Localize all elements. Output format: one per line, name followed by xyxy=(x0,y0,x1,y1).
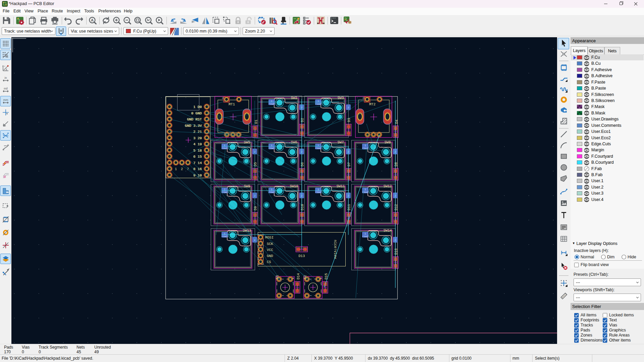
svg-text:5 18: 5 18 xyxy=(194,149,202,153)
svg-text:1 D0: 1 D0 xyxy=(194,105,202,109)
svg-text:mil: mil xyxy=(4,87,8,90)
svg-text:3 20: 3 20 xyxy=(194,136,202,140)
svg-text:SCK: SCK xyxy=(267,242,274,246)
svg-text:D8: D8 xyxy=(394,162,398,166)
svg-text:D5: D5 xyxy=(253,162,257,166)
svg-text:D2: D2 xyxy=(300,118,304,122)
svg-text:2: 2 xyxy=(181,167,183,171)
svg-text:1: 1 xyxy=(175,167,177,171)
svg-text:θ: θ xyxy=(6,68,7,71)
svg-text:SW3: SW3 xyxy=(338,96,344,100)
svg-text:row3: row3 xyxy=(362,235,368,238)
svg-text:D7: D7 xyxy=(347,162,351,166)
svg-text:4 19: 4 19 xyxy=(194,142,202,146)
svg-text:S1: S1 xyxy=(275,275,279,279)
svg-text:row2: row2 xyxy=(268,191,275,194)
svg-text:row3: row3 xyxy=(221,235,228,238)
svg-text:r: r xyxy=(4,65,5,68)
svg-text:SW8: SW8 xyxy=(385,140,391,144)
svg-text:row1: row1 xyxy=(221,147,228,150)
svg-text:SW10: SW10 xyxy=(290,184,298,188)
svg-text:SW2: SW2 xyxy=(291,96,297,100)
svg-text:6 15: 6 15 xyxy=(194,155,202,159)
svg-text:2 21: 2 21 xyxy=(194,130,202,134)
svg-text:7 14: 7 14 xyxy=(194,161,202,165)
svg-text:SW14: SW14 xyxy=(383,228,392,232)
svg-text:MT2: MT2 xyxy=(369,102,376,106)
svg-text:0 GND: 0 GND xyxy=(191,111,202,115)
svg-text:MT1: MT1 xyxy=(229,102,235,106)
svg-text:A: A xyxy=(91,18,94,22)
svg-text:D6: D6 xyxy=(300,162,304,166)
svg-text:D9: D9 xyxy=(253,206,257,210)
svg-text:SW9: SW9 xyxy=(244,184,250,188)
svg-text:SW11: SW11 xyxy=(336,184,345,188)
svg-text:row2: row2 xyxy=(315,191,321,194)
svg-text:GND: GND xyxy=(267,254,273,258)
svg-text:row0: row0 xyxy=(268,102,275,105)
svg-text:in: in xyxy=(4,76,7,80)
svg-text:row2: row2 xyxy=(362,191,368,194)
svg-text:CS: CS xyxy=(267,260,271,264)
svg-text:D10: D10 xyxy=(300,204,304,210)
svg-text:D13: D13 xyxy=(299,254,305,258)
svg-text:mm: mm xyxy=(3,98,8,102)
svg-text:row1: row1 xyxy=(268,147,275,150)
svg-text:row1: row1 xyxy=(315,147,321,150)
svg-text:GND 3.3V: GND 3.3V xyxy=(185,124,202,128)
svg-text:SW7: SW7 xyxy=(338,140,344,144)
svg-text:2: 2 xyxy=(348,106,349,109)
svg-text:GND RST: GND RST xyxy=(187,117,202,121)
svg-text:D11: D11 xyxy=(347,204,351,210)
svg-text:D16: D16 xyxy=(394,248,398,255)
svg-text:row1: row1 xyxy=(362,147,368,150)
svg-text:D14: D14 xyxy=(296,273,300,279)
svg-text:D12: D12 xyxy=(394,204,398,210)
svg-text:SW12: SW12 xyxy=(383,184,392,188)
